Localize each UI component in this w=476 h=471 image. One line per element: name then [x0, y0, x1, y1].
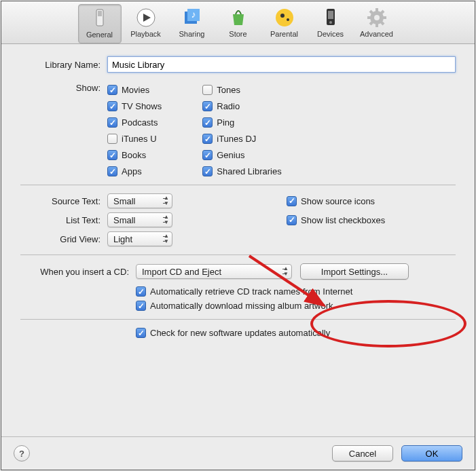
show-checkbox-genius[interactable]: Genius [202, 150, 281, 160]
list-text-popup[interactable]: Small ▲▼ [107, 212, 172, 227]
checkbox-icon [107, 101, 117, 111]
button-label: OK [426, 449, 439, 459]
svg-point-9 [287, 18, 289, 21]
help-button[interactable]: ? [14, 445, 30, 461]
show-label: Show: [20, 82, 107, 93]
gear-icon [366, 7, 388, 29]
svg-line-19 [370, 11, 373, 14]
source-text-popup[interactable]: Small ▲▼ [107, 193, 172, 208]
checkbox-label: iTunes U [122, 134, 157, 144]
checkbox-icon [202, 134, 213, 144]
auto-retrieve-checkbox[interactable]: Automatically retrieve CD track names fr… [136, 286, 352, 297]
show-checkbox-tones[interactable]: Tones [202, 85, 281, 95]
checkbox-label: Check for new software updates automatic… [150, 328, 330, 338]
show-checkbox-itunes-dj[interactable]: iTunes DJ [202, 134, 281, 144]
grid-view-popup[interactable]: Light ▲▼ [107, 231, 172, 246]
show-checkbox-radio[interactable]: Radio [202, 101, 281, 111]
show-checkbox-tv-shows[interactable]: TV Shows [107, 101, 162, 111]
checkbox-icon [136, 286, 146, 297]
checkbox-icon [107, 117, 117, 128]
checkbox-icon [202, 101, 213, 111]
checkbox-label: Show list checkboxes [301, 215, 385, 225]
svg-point-8 [280, 14, 285, 18]
checkbox-icon [202, 150, 213, 160]
show-checkbox-itunes-u[interactable]: iTunes U [107, 134, 162, 144]
devices-icon [320, 7, 342, 29]
show-checkbox-movies[interactable]: Movies [107, 85, 162, 95]
svg-point-14 [374, 15, 380, 20]
show-checkbox-podcasts[interactable]: Podcasts [107, 117, 162, 128]
general-pane: Library Name: Show: MoviesTV ShowsPodcas… [1, 44, 475, 338]
tab-general[interactable]: General [78, 4, 122, 43]
checkbox-label: Ping [217, 117, 234, 128]
cancel-button[interactable]: Cancel [332, 445, 393, 461]
divider [20, 319, 456, 320]
checkbox-label: Movies [122, 85, 149, 95]
tab-parental[interactable]: Parental [263, 4, 306, 43]
checkbox-icon [136, 328, 146, 338]
store-icon [227, 7, 249, 29]
tab-label: Playback [130, 30, 161, 38]
check-updates-checkbox[interactable]: Check for new software updates automatic… [136, 328, 330, 338]
library-name-input[interactable] [107, 56, 456, 73]
checkbox-label: Apps [122, 166, 142, 176]
source-text-label: Source Text: [20, 196, 107, 206]
tab-devices[interactable]: Devices [309, 4, 352, 43]
grid-view-label: Grid View: [20, 234, 107, 244]
list-text-label: List Text: [20, 215, 107, 225]
svg-text:♪: ♪ [191, 9, 196, 20]
tab-store[interactable]: Store [217, 4, 260, 43]
checkbox-icon [107, 134, 117, 144]
popup-value: Light [113, 234, 132, 244]
tab-sharing[interactable]: ♪ Sharing [170, 4, 214, 43]
tab-advanced[interactable]: Advanced [355, 4, 399, 43]
checkbox-label: Podcasts [122, 117, 158, 128]
tab-label: Parental [270, 30, 298, 38]
tab-label: Devices [317, 30, 344, 38]
show-list-checkboxes-checkbox[interactable]: Show list checkboxes [287, 215, 385, 225]
checkbox-label: Show source icons [301, 196, 375, 206]
show-checkbox-books[interactable]: Books [107, 150, 162, 160]
button-label: Import Settings... [321, 267, 388, 277]
preferences-window: General Playback ♪ Sharing Store Parenta… [1, 1, 475, 470]
popup-value: Small [113, 215, 136, 225]
auto-artwork-checkbox[interactable]: Automatically download missing album art… [136, 301, 333, 311]
checkbox-icon [202, 85, 213, 95]
library-name-label: Library Name: [20, 60, 107, 70]
sharing-icon: ♪ [181, 7, 203, 29]
svg-rect-1 [98, 11, 102, 16]
tab-label: General [86, 31, 113, 39]
checkbox-label: Shared Libraries [217, 166, 281, 176]
svg-point-12 [329, 21, 332, 24]
preferences-toolbar: General Playback ♪ Sharing Store Parenta… [1, 1, 475, 44]
show-source-icons-checkbox[interactable]: Show source icons [287, 196, 375, 206]
svg-line-22 [370, 22, 373, 24]
parental-icon [274, 7, 295, 29]
tab-label: Sharing [179, 30, 205, 38]
svg-line-21 [381, 11, 384, 14]
show-checkbox-shared-libraries[interactable]: Shared Libraries [202, 166, 281, 176]
tab-label: Advanced [360, 30, 393, 38]
checkbox-label: Automatically download missing album art… [150, 301, 333, 311]
checkbox-icon [136, 301, 146, 311]
button-label: Cancel [349, 449, 376, 459]
insert-cd-label: When you insert a CD: [20, 267, 136, 277]
play-icon [135, 7, 157, 29]
checkbox-icon [107, 166, 117, 176]
import-settings-button[interactable]: Import Settings... [300, 263, 409, 280]
ok-button[interactable]: OK [401, 445, 462, 461]
tab-playback[interactable]: Playback [124, 4, 168, 43]
bottom-bar: ? Cancel OK [1, 436, 475, 470]
popup-value: Small [113, 196, 136, 206]
checkbox-icon [202, 117, 213, 128]
checkbox-label: Radio [217, 101, 240, 111]
insert-cd-popup[interactable]: Import CD and Eject ▲▼ [136, 264, 292, 279]
svg-rect-11 [328, 11, 333, 19]
show-checkbox-ping[interactable]: Ping [202, 117, 281, 128]
show-checkbox-apps[interactable]: Apps [107, 166, 162, 176]
popup-value: Import CD and Eject [142, 267, 221, 277]
checkbox-label: Genius [217, 150, 244, 160]
checkbox-label: Tones [217, 85, 240, 95]
checkbox-label: TV Shows [122, 101, 162, 111]
svg-point-7 [276, 9, 293, 26]
